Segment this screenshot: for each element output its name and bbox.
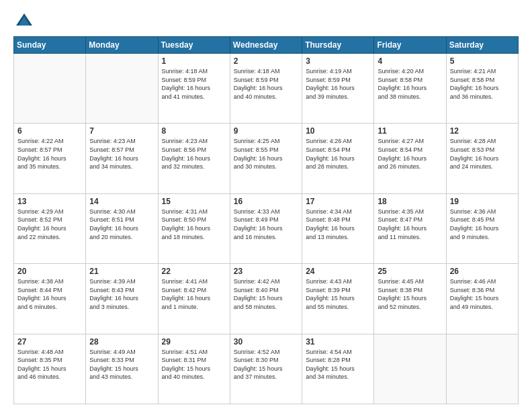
calendar-cell: 22Sunrise: 4:41 AM Sunset: 8:42 PM Dayli…: [158, 264, 230, 334]
calendar-cell: [374, 334, 446, 404]
day-info: Sunrise: 4:18 AM Sunset: 8:59 PM Dayligh…: [234, 67, 298, 101]
day-info: Sunrise: 4:38 AM Sunset: 8:44 PM Dayligh…: [17, 277, 82, 311]
day-info: Sunrise: 4:35 AM Sunset: 8:47 PM Dayligh…: [378, 208, 442, 241]
day-number: 23: [234, 267, 298, 276]
calendar-cell: 10Sunrise: 4:26 AM Sunset: 8:54 PM Dayli…: [302, 124, 374, 193]
day-info: Sunrise: 4:18 AM Sunset: 8:59 PM Dayligh…: [162, 67, 226, 101]
day-number: 11: [378, 126, 442, 136]
day-info: Sunrise: 4:19 AM Sunset: 8:59 PM Dayligh…: [306, 67, 370, 101]
calendar-cell: 14Sunrise: 4:30 AM Sunset: 8:51 PM Dayli…: [86, 193, 158, 263]
day-number: 7: [89, 126, 154, 136]
day-number: 29: [162, 337, 226, 347]
calendar-cell: [446, 334, 518, 404]
day-info: Sunrise: 4:31 AM Sunset: 8:50 PM Dayligh…: [162, 208, 226, 241]
calendar-cell: 8Sunrise: 4:23 AM Sunset: 8:56 PM Daylig…: [158, 124, 230, 193]
calendar-cell: 12Sunrise: 4:28 AM Sunset: 8:53 PM Dayli…: [446, 124, 518, 193]
calendar-cell: 27Sunrise: 4:48 AM Sunset: 8:35 PM Dayli…: [14, 334, 86, 404]
day-info: Sunrise: 4:25 AM Sunset: 8:55 PM Dayligh…: [234, 137, 298, 171]
day-header-sunday: Sunday: [14, 37, 86, 54]
day-number: 10: [306, 126, 370, 136]
calendar-cell: 31Sunrise: 4:54 AM Sunset: 8:28 PM Dayli…: [302, 334, 374, 404]
day-number: 27: [17, 337, 82, 347]
week-row-1: 1Sunrise: 4:18 AM Sunset: 8:59 PM Daylig…: [14, 54, 519, 124]
day-info: Sunrise: 4:52 AM Sunset: 8:30 PM Dayligh…: [234, 348, 298, 381]
day-info: Sunrise: 4:28 AM Sunset: 8:53 PM Dayligh…: [450, 137, 515, 171]
day-number: 2: [234, 56, 298, 66]
day-number: 22: [162, 267, 226, 276]
day-info: Sunrise: 4:33 AM Sunset: 8:49 PM Dayligh…: [234, 208, 298, 241]
day-number: 28: [89, 337, 154, 347]
week-row-3: 13Sunrise: 4:29 AM Sunset: 8:52 PM Dayli…: [14, 193, 519, 263]
day-number: 20: [17, 267, 82, 276]
calendar-cell: 9Sunrise: 4:25 AM Sunset: 8:55 PM Daylig…: [230, 124, 302, 193]
calendar-cell: 3Sunrise: 4:19 AM Sunset: 8:59 PM Daylig…: [302, 54, 374, 124]
day-info: Sunrise: 4:21 AM Sunset: 8:58 PM Dayligh…: [450, 67, 515, 101]
day-number: 16: [234, 197, 298, 206]
day-info: Sunrise: 4:27 AM Sunset: 8:54 PM Dayligh…: [378, 137, 442, 171]
calendar-table: SundayMondayTuesdayWednesdayThursdayFrid…: [13, 36, 519, 404]
day-info: Sunrise: 4:34 AM Sunset: 8:48 PM Dayligh…: [306, 208, 370, 241]
day-header-wednesday: Wednesday: [230, 37, 302, 54]
day-number: 1: [162, 56, 226, 66]
day-info: Sunrise: 4:36 AM Sunset: 8:45 PM Dayligh…: [450, 208, 515, 241]
calendar-cell: 26Sunrise: 4:46 AM Sunset: 8:36 PM Dayli…: [446, 264, 518, 334]
day-info: Sunrise: 4:41 AM Sunset: 8:42 PM Dayligh…: [162, 277, 226, 311]
logo-icon: [15, 11, 34, 30]
calendar-cell: [14, 54, 86, 124]
day-number: 18: [378, 197, 442, 206]
week-row-5: 27Sunrise: 4:48 AM Sunset: 8:35 PM Dayli…: [14, 334, 519, 404]
day-info: Sunrise: 4:26 AM Sunset: 8:54 PM Dayligh…: [306, 137, 370, 171]
day-number: 26: [450, 267, 515, 276]
day-number: 30: [234, 337, 298, 347]
calendar-cell: 29Sunrise: 4:51 AM Sunset: 8:31 PM Dayli…: [158, 334, 230, 404]
day-number: 13: [17, 197, 82, 206]
day-number: 4: [378, 56, 442, 66]
day-info: Sunrise: 4:23 AM Sunset: 8:56 PM Dayligh…: [162, 137, 226, 171]
calendar-cell: 7Sunrise: 4:23 AM Sunset: 8:57 PM Daylig…: [86, 124, 158, 193]
day-info: Sunrise: 4:39 AM Sunset: 8:43 PM Dayligh…: [89, 277, 154, 311]
week-row-2: 6Sunrise: 4:22 AM Sunset: 8:57 PM Daylig…: [14, 124, 519, 193]
day-number: 24: [306, 267, 370, 276]
calendar-cell: 19Sunrise: 4:36 AM Sunset: 8:45 PM Dayli…: [446, 193, 518, 263]
calendar-cell: 1Sunrise: 4:18 AM Sunset: 8:59 PM Daylig…: [158, 54, 230, 124]
calendar-cell: 20Sunrise: 4:38 AM Sunset: 8:44 PM Dayli…: [14, 264, 86, 334]
logo: [13, 11, 34, 30]
day-header-thursday: Thursday: [302, 37, 374, 54]
week-row-4: 20Sunrise: 4:38 AM Sunset: 8:44 PM Dayli…: [14, 264, 519, 334]
day-info: Sunrise: 4:46 AM Sunset: 8:36 PM Dayligh…: [450, 277, 515, 311]
day-info: Sunrise: 4:29 AM Sunset: 8:52 PM Dayligh…: [17, 208, 82, 241]
day-number: 3: [306, 56, 370, 66]
calendar-cell: 5Sunrise: 4:21 AM Sunset: 8:58 PM Daylig…: [446, 54, 518, 124]
day-number: 17: [306, 197, 370, 206]
calendar-header-row: SundayMondayTuesdayWednesdayThursdayFrid…: [14, 37, 519, 54]
calendar-cell: 18Sunrise: 4:35 AM Sunset: 8:47 PM Dayli…: [374, 193, 446, 263]
day-header-friday: Friday: [374, 37, 446, 54]
calendar-cell: 21Sunrise: 4:39 AM Sunset: 8:43 PM Dayli…: [86, 264, 158, 334]
calendar-cell: 25Sunrise: 4:45 AM Sunset: 8:38 PM Dayli…: [374, 264, 446, 334]
day-header-saturday: Saturday: [446, 37, 518, 54]
calendar-cell: 4Sunrise: 4:20 AM Sunset: 8:58 PM Daylig…: [374, 54, 446, 124]
calendar-cell: 2Sunrise: 4:18 AM Sunset: 8:59 PM Daylig…: [230, 54, 302, 124]
day-info: Sunrise: 4:22 AM Sunset: 8:57 PM Dayligh…: [17, 137, 82, 171]
day-info: Sunrise: 4:49 AM Sunset: 8:33 PM Dayligh…: [89, 348, 154, 381]
calendar-cell: 24Sunrise: 4:43 AM Sunset: 8:39 PM Dayli…: [302, 264, 374, 334]
day-info: Sunrise: 4:51 AM Sunset: 8:31 PM Dayligh…: [162, 348, 226, 381]
calendar-cell: 28Sunrise: 4:49 AM Sunset: 8:33 PM Dayli…: [86, 334, 158, 404]
day-number: 5: [450, 56, 515, 66]
calendar-cell: 23Sunrise: 4:42 AM Sunset: 8:40 PM Dayli…: [230, 264, 302, 334]
day-number: 31: [306, 337, 370, 347]
calendar-cell: 30Sunrise: 4:52 AM Sunset: 8:30 PM Dayli…: [230, 334, 302, 404]
day-number: 25: [378, 267, 442, 276]
day-header-tuesday: Tuesday: [158, 37, 230, 54]
day-info: Sunrise: 4:48 AM Sunset: 8:35 PM Dayligh…: [17, 348, 82, 381]
day-number: 8: [162, 126, 226, 136]
day-number: 19: [450, 197, 515, 206]
day-number: 21: [89, 267, 154, 276]
day-number: 14: [89, 197, 154, 206]
day-info: Sunrise: 4:42 AM Sunset: 8:40 PM Dayligh…: [234, 277, 298, 311]
day-number: 12: [450, 126, 515, 136]
day-header-monday: Monday: [86, 37, 158, 54]
calendar-cell: 16Sunrise: 4:33 AM Sunset: 8:49 PM Dayli…: [230, 193, 302, 263]
day-number: 9: [234, 126, 298, 136]
calendar-cell: 11Sunrise: 4:27 AM Sunset: 8:54 PM Dayli…: [374, 124, 446, 193]
